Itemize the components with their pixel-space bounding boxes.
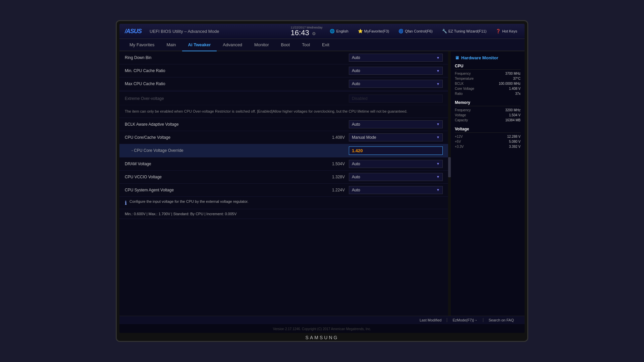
qfan-label: Qfan Control(F6): [405, 29, 433, 33]
dropdown-arrow: ▼: [436, 188, 440, 192]
cpu-core-cache-label: CPU Core/Cache Voltage: [125, 135, 325, 140]
time-display: 16:43 ⚙: [291, 29, 323, 37]
eztuning-tool[interactable]: 🔧 EZ Tuning Wizard(F11): [440, 28, 489, 34]
cpu-core-override-input[interactable]: 1.420: [349, 146, 443, 155]
cpu-vccio-label: CPU VCCIO Voltage: [125, 175, 325, 179]
last-modified-btn[interactable]: Last Modified: [414, 318, 447, 322]
header-clock: 11/22/2017 Wednesday 16:43 ⚙: [291, 26, 323, 37]
bios-header: /ASUS UEFI BIOS Utility – Advanced Mode …: [119, 24, 525, 39]
dram-voltage-row: DRAM Voltage 1.504V Auto ▼: [119, 158, 448, 171]
myfav-label: MyFavorite(F3): [364, 29, 389, 33]
ezmode-btn[interactable]: EzMode(F7)|→: [447, 318, 483, 322]
star-icon: ⭐: [358, 29, 363, 34]
tab-tool[interactable]: Tool: [296, 39, 316, 51]
bclk-adaptive-label: BCLK Aware Adaptive Voltage: [125, 122, 349, 127]
hw-cpu-label: CPU: [455, 64, 521, 70]
tab-favorites[interactable]: My Favorites: [123, 39, 160, 51]
hw-cpu-ratio-row: Ratio 37x: [455, 92, 521, 96]
hw-voltage-label: Voltage: [455, 127, 521, 133]
hw-voltage-group: Voltage +12V 12.288 V +5V 5.080 V +3.3V …: [455, 127, 521, 148]
ring-down-bin-dropdown[interactable]: Auto ▼: [349, 54, 443, 62]
info-tip-text: Configure the input voltage for the CPU …: [129, 199, 249, 203]
cpu-sa-row: CPU System Agent Voltage 1.224V Auto ▼: [119, 184, 448, 197]
dropdown-arrow: ▼: [436, 135, 440, 139]
monitor-outer: /ASUS UEFI BIOS Utility – Advanced Mode …: [116, 20, 528, 342]
tab-main[interactable]: Main: [160, 39, 182, 51]
hw-volt-33v-row: +3.3V 3.392 V: [455, 145, 521, 148]
asus-logo: /ASUS: [125, 28, 142, 35]
hw-monitor-panel: 🖥 Hardware Monitor CPU Frequency 3700 MH…: [451, 51, 525, 316]
monitor-icon: 🖥: [455, 55, 459, 60]
scrollbar-track[interactable]: [448, 51, 451, 316]
tab-boot[interactable]: Boot: [275, 39, 296, 51]
cpu-over-voltage-control: Disabled: [349, 95, 443, 103]
cpu-sa-dropdown[interactable]: Auto ▼: [349, 186, 443, 194]
myfav-tool[interactable]: ⭐ MyFavorite(F3): [356, 28, 391, 34]
ring-down-bin-value: Auto: [352, 55, 360, 60]
min-cpu-cache-row: Min. CPU Cache Ratio Auto ▼: [119, 64, 448, 77]
dram-voltage-reading: 1.504V: [325, 162, 345, 166]
hw-mem-voltage-row: Voltage 1.504 V: [455, 113, 521, 117]
max-cpu-cache-row: Max CPU Cache Ratio Auto ▼: [119, 77, 448, 90]
scrollbar-thumb[interactable]: [448, 157, 451, 177]
hw-volt-5v-row: +5V 5.080 V: [455, 140, 521, 143]
hotkeys-tool[interactable]: ❓ Hot Keys: [494, 28, 519, 34]
version-text: Version 2.17.1246. Copyright (C) 2017 Am…: [273, 327, 371, 331]
cpu-vccio-row: CPU VCCIO Voltage 1.328V Auto ▼: [119, 171, 448, 184]
monitor-screen: /ASUS UEFI BIOS Utility – Advanced Mode …: [119, 24, 525, 333]
monitor-brand: SAMSUNG: [306, 333, 339, 341]
dropdown-arrow: ▼: [436, 82, 440, 86]
search-faq-btn[interactable]: Search on FAQ: [483, 318, 519, 322]
hw-cpu-bclk-row: BCLK 100.0000 MHz: [455, 82, 521, 85]
hw-memory-group: Memory Frequency 3200 MHz Voltage 1.504 …: [455, 100, 521, 122]
cpu-core-cache-dropdown[interactable]: Manual Mode ▼: [349, 133, 443, 141]
settings-area: Ring Down Bin Auto ▼ Min. CPU Cache Rati…: [119, 51, 448, 316]
bclk-adaptive-value: Auto: [352, 122, 360, 127]
tab-exit[interactable]: Exit: [316, 39, 335, 51]
cpu-sa-value: Auto: [352, 188, 360, 192]
cpu-vccio-dropdown[interactable]: Auto ▼: [349, 173, 443, 181]
cpu-core-cache-mode: Manual Mode: [352, 135, 376, 140]
min-cpu-cache-dropdown[interactable]: Auto ▼: [349, 67, 443, 75]
tab-monitor[interactable]: Monitor: [248, 39, 275, 51]
bios-title: UEFI BIOS Utility – Advanced Mode: [150, 29, 219, 34]
cpu-core-cache-row: CPU Core/Cache Voltage 1.408V Manual Mod…: [119, 131, 448, 144]
eztuning-label: EZ Tuning Wizard(F11): [448, 29, 487, 33]
bios-nav: My Favorites Main Ai Tweaker Advanced Mo…: [119, 39, 525, 51]
info-tip: ℹ Configure the input voltage for the CP…: [119, 197, 448, 209]
language-label: English: [336, 29, 348, 33]
min-cpu-cache-value: Auto: [352, 68, 360, 73]
cpu-core-cache-reading: 1.408V: [325, 135, 345, 140]
bios-footer: Last Modified EzMode(F7)|→ Search on FAQ: [119, 316, 525, 324]
question-icon: ❓: [496, 29, 501, 34]
cpu-over-voltage-row: Extreme Over-voltage Disabled: [119, 92, 448, 105]
hotkeys-label: Hot Keys: [502, 29, 517, 33]
dram-voltage-value: Auto: [352, 162, 360, 166]
dropdown-arrow: ▼: [436, 122, 440, 126]
wrench-icon: 🔧: [442, 29, 447, 34]
language-tool[interactable]: 🌐 English: [328, 28, 350, 34]
max-cpu-cache-dropdown[interactable]: Auto ▼: [349, 80, 443, 88]
cpu-core-override-row: - CPU Core Voltage Override 1.420: [119, 144, 448, 158]
dram-voltage-dropdown[interactable]: Auto ▼: [349, 160, 443, 168]
cpu-sa-label: CPU System Agent Voltage: [125, 188, 325, 192]
tab-advanced[interactable]: Advanced: [217, 39, 248, 51]
cpu-sa-reading: 1.224V: [325, 188, 345, 192]
cpu-vccio-reading: 1.328V: [325, 175, 345, 179]
info-circle-icon: ℹ: [125, 200, 127, 206]
cpu-core-override-label: - CPU Core Voltage Override: [125, 148, 349, 153]
range-info-text: Min.: 0.600V | Max.: 1.700V | Standard: …: [125, 212, 236, 216]
bclk-adaptive-dropdown[interactable]: Auto ▼: [349, 120, 443, 128]
hw-mem-freq-row: Frequency 3200 MHz: [455, 108, 521, 112]
range-info: Min.: 0.600V | Max.: 1.700V | Standard: …: [119, 209, 448, 219]
fan-icon: 🌀: [398, 29, 404, 34]
content-with-scroll: Ring Down Bin Auto ▼ Min. CPU Cache Rati…: [119, 51, 451, 316]
dropdown-arrow: ▼: [436, 175, 440, 179]
cpu-over-voltage-label: Extreme Over-voltage: [125, 96, 349, 101]
tab-aitweaker[interactable]: Ai Tweaker: [182, 39, 217, 51]
dram-voltage-label: DRAM Voltage: [125, 162, 325, 166]
cpu-core-override-value: 1.420: [352, 148, 363, 153]
max-cpu-cache-label: Max CPU Cache Ratio: [125, 81, 349, 86]
dropdown-arrow: ▼: [436, 69, 440, 73]
qfan-tool[interactable]: 🌀 Qfan Control(F6): [396, 28, 435, 34]
